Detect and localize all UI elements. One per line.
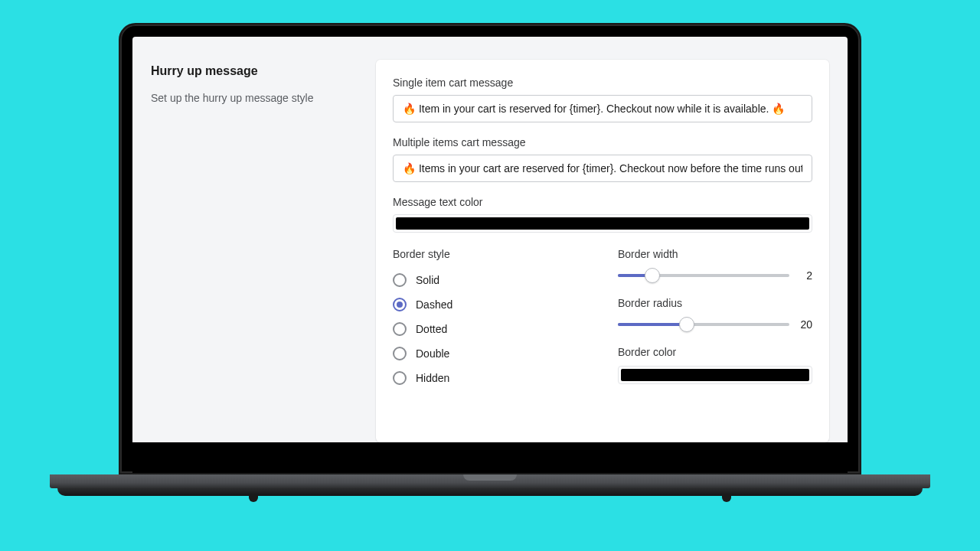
border-settings: Border style Solid Dashed <box>393 248 812 390</box>
radio-icon <box>393 347 407 360</box>
section-description: Set up the hurry up message style <box>151 92 358 104</box>
border-color-swatch <box>621 369 809 381</box>
radio-dashed-label: Dashed <box>416 298 452 311</box>
section-header: Hurry up message Set up the hurry up mes… <box>151 60 358 442</box>
text-color-input[interactable] <box>393 214 812 233</box>
radio-icon <box>393 371 407 385</box>
field-single-item: Single item cart message <box>393 77 812 122</box>
single-item-label: Single item cart message <box>393 77 812 89</box>
multi-item-label: Multiple items cart message <box>393 136 812 148</box>
text-color-label: Message text color <box>393 196 812 208</box>
border-color-label: Border color <box>618 346 812 358</box>
radio-solid-label: Solid <box>416 274 439 286</box>
radio-hidden[interactable]: Hidden <box>393 366 587 390</box>
radio-double[interactable]: Double <box>393 341 587 366</box>
laptop-mockup: Hurry up message Set up the hurry up mes… <box>119 23 861 497</box>
radio-hidden-label: Hidden <box>416 372 449 384</box>
border-radius-row: 20 <box>618 317 812 332</box>
border-width-value: 2 <box>799 269 812 282</box>
border-radius-value: 20 <box>799 318 812 331</box>
radio-dotted-label: Dotted <box>416 323 447 335</box>
radio-dashed[interactable]: Dashed <box>393 292 587 317</box>
border-width-row: 2 <box>618 268 812 283</box>
field-multi-item: Multiple items cart message <box>393 136 812 182</box>
radio-dotted[interactable]: Dotted <box>393 317 587 341</box>
border-numeric-col: Border width 2 Border radius 20 Border c… <box>618 248 812 390</box>
radio-icon <box>393 322 407 336</box>
border-style-col: Border style Solid Dashed <box>393 248 587 390</box>
radio-double-label: Double <box>416 347 449 360</box>
laptop-base <box>50 474 930 497</box>
bottom-bezel <box>132 442 848 473</box>
text-color-swatch <box>396 217 809 230</box>
section-title: Hurry up message <box>151 64 358 78</box>
border-style-label: Border style <box>393 248 587 260</box>
border-radius-slider[interactable] <box>618 317 789 332</box>
border-color-input[interactable] <box>618 366 812 384</box>
radio-icon <box>393 298 407 311</box>
screen-bezel: Hurry up message Set up the hurry up mes… <box>119 23 861 474</box>
radio-icon <box>393 273 407 287</box>
single-item-input[interactable] <box>393 95 812 122</box>
settings-section: Hurry up message Set up the hurry up mes… <box>132 37 848 442</box>
field-text-color: Message text color <box>393 196 812 233</box>
settings-card: Single item cart message Multiple items … <box>376 60 829 442</box>
radio-solid[interactable]: Solid <box>393 268 587 292</box>
border-width-slider[interactable] <box>618 268 789 283</box>
multi-item-input[interactable] <box>393 155 812 182</box>
screen: Hurry up message Set up the hurry up mes… <box>132 37 848 442</box>
border-width-label: Border width <box>618 248 812 260</box>
border-radius-label: Border radius <box>618 297 812 309</box>
